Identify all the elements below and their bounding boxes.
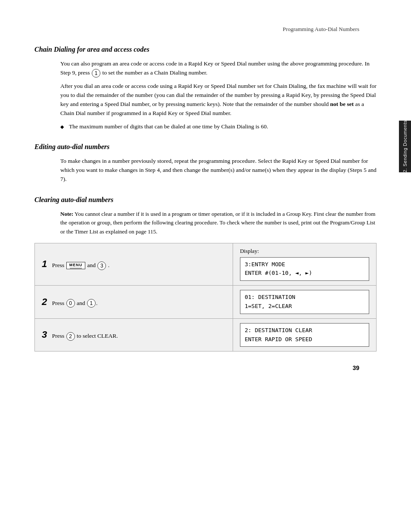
step1-cell: 1 Press MENU and 3 . [35,243,233,286]
steps-table: 1 Press MENU and 3 . Display: 3:ENTRY MO… [34,243,377,352]
section1-para2: After you dial an area code or access co… [34,82,377,118]
section2-para: To make changes in a number previously s… [34,157,377,184]
step2-number: 2 [42,296,47,307]
key-2-circle: 2 [66,332,75,341]
section-editing: Editing auto-dial numbers To make change… [34,143,377,184]
step2-cell: 2 Press 0 and 1. [35,286,233,319]
step1-content: Press MENU and 3 . [52,262,109,268]
table-row: 3 Press 2 to select CLEAR. 2: DESTINATIO… [35,318,377,352]
table-row: 1 Press MENU and 3 . Display: 3:ENTRY MO… [35,243,377,286]
side-tab: 2. Sending Documents [399,121,411,172]
header-title: Programming Auto-Dial Numbers [283,26,359,32]
side-tab-text: 2. Sending Documents [402,120,408,172]
section1-para1: You can also program an area code or acc… [34,59,377,78]
key-1-circle-2: 1 [87,299,96,308]
menu-key-label: MENU [69,263,83,268]
key-0-circle: 0 [66,299,75,308]
menu-key-line [70,268,82,268]
section-clearing: Clearing auto-dial numbers Note: You can… [34,196,377,352]
key-1-circle: 1 [92,69,100,78]
table-row: 2 Press 0 and 1. 01: DESTINATION 1=SET, … [35,286,377,319]
step3-display: 2: DESTINATION CLEAR ENTER RAPID OR SPEE… [233,318,376,352]
step2-content: Press 0 and 1. [52,300,98,306]
section1-bullet: The maximum number of digits that can be… [34,122,377,131]
page-number: 39 [34,364,377,371]
step3-cell: 3 Press 2 to select CLEAR. [35,318,233,352]
step1-display: Display: 3:ENTRY MODE ENTER #(01-10, ◄, … [233,243,376,286]
step1-number: 1 [42,258,47,269]
menu-key: MENU [66,262,86,269]
page: 2. Sending Documents Programming Auto-Di… [0,0,411,532]
section2-title: Editing auto-dial numbers [34,143,377,151]
step2-display: 01: DESTINATION 1=SET, 2=CLEAR [233,286,376,319]
section1-title: Chain Dialing for area and access codes [34,46,377,53]
section3-title: Clearing auto-dial numbers [34,196,377,204]
page-header: Programming Auto-Dial Numbers [34,26,377,33]
display-box-2: 01: DESTINATION 1=SET, 2=CLEAR [240,290,369,314]
display-label: Display: [240,248,369,255]
step3-number: 3 [42,329,47,340]
step3-content: Press 2 to select CLEAR. [52,333,118,339]
section-chain-dialing: Chain Dialing for area and access codes … [34,46,377,131]
section3-note: Note: You cannot clear a number if it is… [34,210,377,236]
display-box-3: 2: DESTINATION CLEAR ENTER RAPID OR SPEE… [240,323,369,347]
display-box-1: 3:ENTRY MODE ENTER #(01-10, ◄, ►) [240,257,369,281]
key-3-circle: 3 [97,261,106,270]
